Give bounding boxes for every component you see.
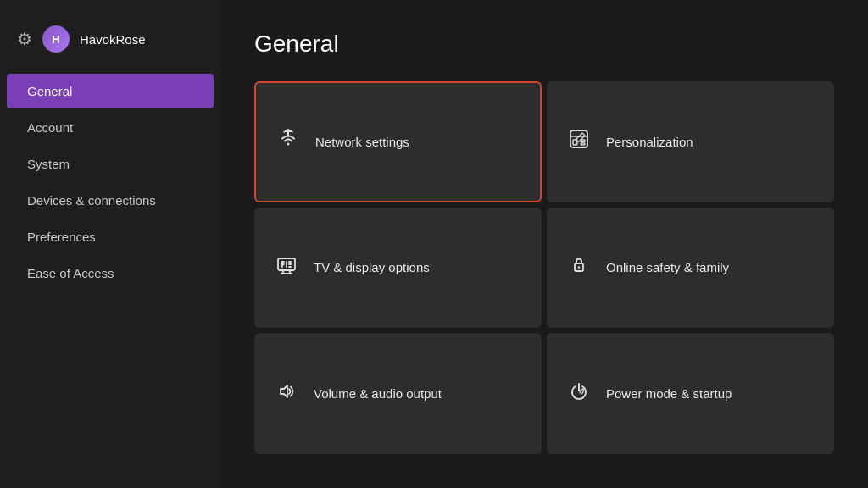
tile-online-safety-label: Online safety & family	[606, 260, 729, 274]
svg-marker-23	[281, 385, 287, 397]
sidebar-item-general[interactable]: General	[7, 74, 214, 108]
gear-icon: ⚙	[17, 29, 32, 49]
username-label: HavokRose	[80, 32, 146, 47]
sidebar-item-preferences[interactable]: Preferences	[7, 219, 214, 254]
online-safety-icon	[567, 254, 591, 281]
sidebar-item-account-label: Account	[27, 120, 73, 135]
svg-rect-9	[581, 143, 585, 145]
sidebar-item-ease-label: Ease of Access	[27, 266, 114, 280]
tile-online-safety[interactable]: Online safety & family	[547, 208, 834, 329]
main-content: General Network settings	[220, 0, 868, 488]
svg-point-22	[578, 266, 580, 268]
tile-network-settings[interactable]: Network settings	[254, 81, 542, 202]
page-title: General	[254, 30, 834, 58]
tile-personalization-label: Personalization	[606, 135, 693, 149]
svg-rect-8	[581, 140, 585, 142]
tile-personalization[interactable]: Personalization	[547, 81, 834, 202]
sidebar-header: ⚙ H HavokRose	[0, 17, 220, 73]
sidebar-item-system-label: System	[27, 157, 70, 171]
sidebar-item-account[interactable]: Account	[7, 110, 214, 145]
tile-volume-audio[interactable]: Volume & audio output	[254, 333, 542, 454]
sidebar: ⚙ H HavokRose General Account System Dev…	[0, 0, 220, 488]
sidebar-item-preferences-label: Preferences	[27, 230, 96, 244]
tile-tv-display-label: TV & display options	[314, 260, 430, 274]
sidebar-item-ease-of-access[interactable]: Ease of Access	[7, 256, 214, 291]
tile-volume-audio-label: Volume & audio output	[314, 386, 442, 401]
avatar: H	[42, 25, 70, 53]
sidebar-item-general-label: General	[27, 84, 72, 98]
tile-power-mode-label: Power mode & startup	[606, 386, 732, 401]
settings-grid: Network settings Personalization	[254, 81, 834, 454]
sidebar-item-devices-label: Devices & connections	[27, 193, 156, 208]
network-settings-icon	[276, 128, 300, 155]
svg-point-0	[287, 143, 290, 146]
sidebar-item-devices[interactable]: Devices & connections	[7, 183, 214, 218]
tile-tv-display[interactable]: TV & display options	[254, 208, 542, 329]
sidebar-item-system[interactable]: System	[7, 147, 214, 181]
volume-audio-icon	[275, 380, 298, 408]
tile-network-settings-label: Network settings	[315, 135, 409, 149]
power-mode-icon	[567, 380, 591, 408]
tile-power-mode[interactable]: Power mode & startup	[547, 333, 834, 454]
tv-display-icon	[275, 254, 298, 281]
personalization-icon	[567, 128, 591, 155]
